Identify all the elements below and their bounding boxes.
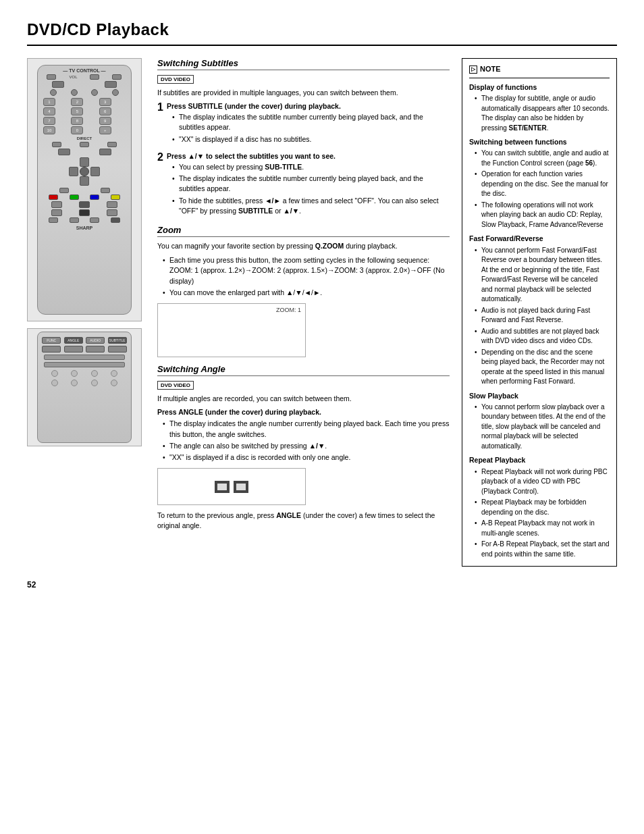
subtitles-intro: If subtitles are provided in multiple la… [157,88,450,98]
switching-subtitles-title: Switching Subtitles [157,58,450,70]
zoom-display-box: ZOOM: 1 [157,303,306,357]
remote-image-bottom: FUNC ANGLE AUDIO SUBTITLE [27,328,142,446]
angle-press-bullets: The display indicates the angle number c… [157,419,450,463]
remote2-c3 [91,370,98,377]
note-slow-bullet-1: You cannot perform slow playback over a … [475,402,610,452]
remote-nav-down [80,176,89,186]
remote-num-7: 7 [43,117,55,125]
remote-blue-btn [90,194,99,200]
remote-vol-label: VOL [69,75,77,79]
middle-column: Switching Subtitles DVD VIDEO If subtitl… [157,58,450,567]
step-2-bullets: You can select by pressing SUB-TITLE. Th… [167,162,450,216]
remote2-sub-btn: SUBTITLE [108,337,127,344]
note-switching-title: Switching between functions [469,137,610,147]
step-2: 2 Press ▲/▼ to select the subtitles you … [157,152,450,218]
step-2-heading: Press ▲/▼ to select the subtitles you wa… [167,152,450,160]
remote-misc-row [43,142,126,147]
angle-bullet-1: The display indicates the angle number c… [163,419,450,439]
note-switching-bullet-1: You can switch subtitle, angle and audio… [475,149,610,168]
remote-nav-up [80,157,89,167]
remote-rec3-btn [90,217,99,223]
remote2-audio-btn: AUDIO [86,337,105,344]
note-repeat-bullet-1: Repeat Playback will not work during PBC… [475,467,610,497]
step-2-content: Press ▲/▼ to select the subtitles you wa… [167,152,450,218]
note-switching-bullet-3: The following operations will not work w… [475,201,610,230]
angle-intro: If multiple angles are recorded, you can… [157,394,450,404]
remote-pause-btn [51,209,62,216]
remote-num-9: 9 [99,117,111,125]
page-number: 52 [27,580,617,590]
remote2-angle-btn: ANGLE [64,337,83,344]
zoom-bullet-1: Each time you press this button, the zoo… [163,255,450,286]
remote-transport2-row [43,209,126,216]
remote2-b3 [86,346,105,353]
remote-red-btn [49,194,58,200]
angle-icon-2-inner [236,484,246,490]
remote2-b2 [64,346,83,353]
step-2-bullet-2: The display indicates the subtitle numbe… [172,174,450,194]
note-display-bullet-1: The display for subtitle, angle or audio… [475,94,610,133]
angle-bullet-2: The angle can also be switched by pressi… [163,441,450,451]
remote-nav-top [80,157,89,167]
remote-num-10: 10 [43,126,55,134]
step-2-bullet-1: You can select by pressing SUB-TITLE. [172,162,450,172]
note-title-text: NOTE [480,64,501,75]
angle-badge: DVD VIDEO [157,381,194,390]
remote-circle-2 [71,89,78,96]
remote-rec-row [43,217,126,223]
note-repeat-bullet-3: A-B Repeat Playback may not work in mult… [475,519,610,538]
remote-nav-middle [69,167,100,176]
switching-angle-title: Switching Angle [157,364,450,376]
note-display-bullets: The display for subtitle, angle or audio… [469,94,610,133]
subtitles-badge: DVD VIDEO [157,75,194,84]
remote2-circles-row2 [45,380,124,386]
note-box: ▷ NOTE Display of functions The display … [462,58,617,567]
remote2-long-bar [44,355,125,360]
remote2-second-row [41,346,128,353]
step-2-bullet-3: To hide the subtitles, press ◄/► a few t… [172,196,450,216]
remote-rec-btn [49,217,58,223]
note-repeat-bullets: Repeat Playback will not work during PBC… [469,467,610,560]
note-ff-bullet-3: Audio and subtitles are not played back … [475,327,610,346]
remote-skip-btn [107,209,117,216]
remote-zoom-btn [111,217,120,223]
angle-press-heading: Press ANGLE (under the cover) during pla… [157,408,450,416]
remote-circle-4 [112,89,119,96]
remote2-c6 [71,380,78,386]
note-ff-bullet-1: You cannot perform Fast Forward/Fast Rev… [475,246,610,305]
remote-num-extra: + [99,126,111,134]
step-1: 1 Press SUBTITLE (under the cover) durin… [157,102,450,147]
angle-return-text: To return to the previous angle, press A… [157,511,450,531]
remote2-c7 [91,380,98,386]
remote-setup-btn [99,149,111,155]
remote2-circles-row1 [45,370,124,377]
zoom-section: Zoom You can magnify your favorite secti… [157,225,450,357]
remote-direct-label: DIRECT [77,136,92,140]
step-1-bullets: The display indicates the subtitle numbe… [167,112,450,145]
remote2-top-row: FUNC ANGLE AUDIO SUBTITLE [41,337,128,344]
remote2-b1 [42,346,61,353]
step-1-number: 1 [157,102,163,113]
remote-body-bottom: FUNC ANGLE AUDIO SUBTITLE [37,332,132,443]
note-switching-bullets: You can switch subtitle, angle and audio… [469,149,610,230]
note-ff-title: Fast Forward/Reverse [469,234,610,244]
remote-tv-label: — TV CONTROL — [41,68,128,73]
remote2-func-btn: FUNC [42,337,61,344]
remote-green-btn [70,194,79,200]
remote2-c2 [71,370,78,377]
remote-yellow-btn [111,194,120,200]
remote-fwd-btn [107,201,117,208]
remote-num-3: 3 [99,98,111,106]
remote-nav-bottom [80,176,89,186]
remote-input-btn [105,81,117,88]
remote-stop-btn [79,209,90,216]
remote-exit-btn [59,188,69,193]
step-1-bullet-2: "XX" is displayed if a disc has no subti… [172,134,450,145]
remote-rev-btn [51,201,62,208]
angle-icons [215,481,248,493]
remote-menu-btn [58,149,70,155]
note-ff-bullet-2: Audio is not played back during Fast For… [475,306,610,325]
remote-rec2-btn [70,217,79,223]
remote-circle-3 [91,89,98,96]
remote-power2-btn [112,74,122,80]
